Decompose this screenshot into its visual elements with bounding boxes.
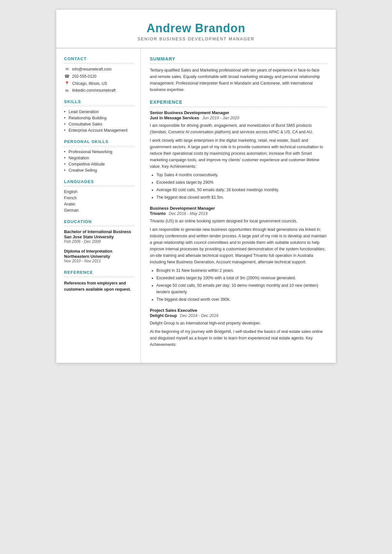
contact-divider xyxy=(64,63,134,63)
job-date-2: Dec 2016 - May 2019 xyxy=(169,211,208,216)
edu-school-1: San Jose State University xyxy=(64,235,134,239)
personal-skill-item: Creative Selling xyxy=(64,168,134,173)
experience-section-title: EXPERIENCE xyxy=(150,99,327,105)
edu-school-2: Northeastern University xyxy=(64,254,134,259)
languages-section-title: LANGUAGES xyxy=(64,179,134,184)
candidate-title: SENIOR BUSINESS DEVELOPMENT MANAGER xyxy=(69,36,323,41)
email-icon: ✉ xyxy=(64,67,70,72)
job-desc1-1: I am responsible for driving growth, eng… xyxy=(150,122,327,135)
contact-location: 📍 Chicago, Illinois, US xyxy=(64,81,134,86)
edu-date-2: Nov 2010 - Nov 2011 xyxy=(64,259,134,263)
contact-phone: ☎ 202-555-0120 xyxy=(64,74,134,79)
edu-degree-2: Diploma of Interpretation xyxy=(64,249,134,254)
linkedin-text: linkedin.com/resumekraft xyxy=(72,88,115,93)
resume-container: Andrew Brandon SENIOR BUSINESS DEVELOPME… xyxy=(56,10,336,363)
company-line-3: Delight Group Dec 2014 - Dec 2016 xyxy=(150,313,327,318)
reference-section-title: REFERENCE xyxy=(64,270,134,275)
experience-job-1: Senior Business Development Manager Just… xyxy=(150,110,327,201)
reference-divider xyxy=(64,277,134,277)
language-item: German xyxy=(64,208,134,213)
contact-email: ✉ info@resumekraft.com xyxy=(64,67,134,72)
achievement-item: Average 50 cold calls, 50 emails per day… xyxy=(156,282,327,295)
contact-section-title: CONTACT xyxy=(64,56,134,61)
resume-header: Andrew Brandon SENIOR BUSINESS DEVELOPME… xyxy=(56,10,336,48)
job-desc1-2: Trivanto (US) is an online booking syste… xyxy=(150,218,327,224)
skills-section-title: SKILLS xyxy=(64,99,134,104)
summary-section-title: SUMMARY xyxy=(150,56,327,61)
body-layout: CONTACT ✉ info@resumekraft.com ☎ 202-555… xyxy=(56,48,336,363)
sidebar: CONTACT ✉ info@resumekraft.com ☎ 202-555… xyxy=(56,48,141,363)
skill-item: Lead Generation xyxy=(64,110,134,114)
achievement-item: Top Sales 4 months consecutively. xyxy=(156,172,327,178)
job-title-2: Business Development Manager xyxy=(150,206,327,211)
personal-skill-item: Negotiation xyxy=(64,156,134,160)
skills-divider xyxy=(64,106,134,106)
location-icon: 📍 xyxy=(64,81,70,86)
job-desc2-2: I am responsible to generate new busines… xyxy=(150,226,327,265)
achievement-item: Exceeded sales target by 100% with a tot… xyxy=(156,275,327,281)
company-name-2: Trivanto xyxy=(150,211,166,216)
company-name-3: Delight Group xyxy=(150,313,177,318)
job-desc2-3: At the beginning of my journey with Brid… xyxy=(150,328,327,348)
reference-text: References from employers and customers … xyxy=(64,280,134,293)
personal-skills-divider xyxy=(64,146,134,146)
email-text: info@resumekraft.com xyxy=(72,67,111,72)
contact-list: ✉ info@resumekraft.com ☎ 202-555-0120 📍 … xyxy=(64,67,134,93)
personal-skills-section-title: PERSONAL SKILLS xyxy=(64,139,134,144)
job-desc2-1: I work closely with large enterprises in… xyxy=(150,137,327,170)
job-desc1-3: Delight Group is an international high-e… xyxy=(150,320,327,326)
company-line-2: Trivanto Dec 2016 - May 2019 xyxy=(150,211,327,216)
achievement-item: Exceeded sales target by 290% xyxy=(156,179,327,186)
company-line-1: Just in Message Services Jun 2019 - Jan … xyxy=(150,116,327,120)
language-item: English xyxy=(64,190,134,194)
skill-item: Relationship Building xyxy=(64,116,134,120)
achievement-item: The biggest deal closed worth $1.5m. xyxy=(156,194,327,201)
achievement-item: Brought in 31 New business within 2 year… xyxy=(156,267,327,274)
skills-list: Lead Generation Relationship Building Co… xyxy=(64,110,134,133)
education-section-title: EDUCATION xyxy=(64,219,134,224)
edu-date-1: Feb 2006 - Dec 2009 xyxy=(64,239,134,244)
personal-skill-item: Professional Networking xyxy=(64,150,134,154)
job-achievements-1: Top Sales 4 months consecutively. Exceed… xyxy=(150,172,327,201)
achievement-item: The biggest deal closed worth over 390k. xyxy=(156,296,327,303)
experience-job-2: Business Development Manager Trivanto De… xyxy=(150,206,327,303)
summary-divider xyxy=(150,63,327,64)
main-content: SUMMARY Tertiary-qualified Sales and Mar… xyxy=(141,48,336,363)
languages-divider xyxy=(64,186,134,186)
phone-text: 202-555-0120 xyxy=(72,74,97,79)
education-entry-2: Diploma of Interpretation Northeastern U… xyxy=(64,249,134,263)
phone-icon: ☎ xyxy=(64,74,70,79)
candidate-name: Andrew Brandon xyxy=(69,21,323,35)
summary-text: Tertiary-qualified Sales and Marketing p… xyxy=(150,67,327,93)
job-title-1: Senior Business Development Manager xyxy=(150,110,327,115)
language-item: French xyxy=(64,196,134,200)
experience-job-3: Project Sales Executive Delight Group De… xyxy=(150,308,327,348)
job-date-3: Dec 2014 - Dec 2016 xyxy=(180,313,218,318)
job-date-1: Jun 2019 - Jan 2020 xyxy=(202,116,239,120)
language-item: Arabic xyxy=(64,202,134,206)
job-achievements-2: Brought in 31 New business within 2 year… xyxy=(150,267,327,303)
education-entry-1: Bachelor of International Business San J… xyxy=(64,230,134,244)
personal-skills-list: Professional Networking Negotiation Comp… xyxy=(64,150,134,173)
experience-divider xyxy=(150,107,327,107)
location-text: Chicago, Illinois, US xyxy=(72,81,107,86)
achievement-item: Average 60 cold calls, 50 emails daily; … xyxy=(156,187,327,193)
skill-item: Enterprise Account Management xyxy=(64,128,134,133)
company-name-1: Just in Message Services xyxy=(150,116,199,120)
education-divider xyxy=(64,226,134,226)
contact-linkedin: in linkedin.com/resumekraft xyxy=(64,88,134,93)
linkedin-icon: in xyxy=(64,88,70,92)
edu-degree-1: Bachelor of International Business xyxy=(64,230,134,234)
personal-skill-item: Competitive Attitude xyxy=(64,162,134,166)
skill-item: Consultative Sales xyxy=(64,122,134,126)
job-title-3: Project Sales Executive xyxy=(150,308,327,313)
